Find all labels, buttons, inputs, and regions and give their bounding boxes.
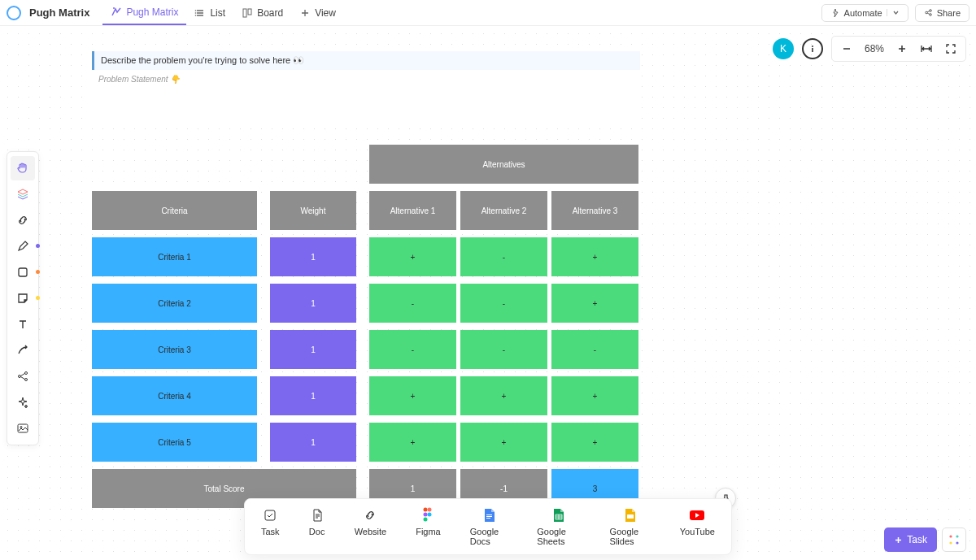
header-left: Pugh Matrix Pugh Matrix List Board (7, 1, 344, 25)
svg-point-31 (956, 541, 958, 544)
tray-label: Google Slides (610, 527, 651, 546)
zoom-out-button[interactable] (837, 39, 856, 59)
alt-cell[interactable]: - (460, 284, 547, 323)
svg-point-15 (812, 46, 813, 47)
svg-rect-24 (486, 516, 492, 517)
header-alt3[interactable]: Alternative 3 (551, 191, 638, 230)
color-dot-icon (36, 270, 40, 274)
doc-icon (309, 507, 325, 523)
tray-task[interactable]: Task (255, 506, 286, 548)
doc-title: Pugh Matrix (29, 7, 89, 19)
criteria-cell[interactable]: Criteria 5 (92, 423, 257, 462)
tray-label: Website (355, 527, 387, 536)
shape-tool[interactable] (11, 260, 35, 284)
alt-cell[interactable]: + (369, 237, 456, 276)
mindmap-tool[interactable] (11, 364, 35, 389)
drawing-toolbar (7, 151, 39, 445)
svg-point-14 (20, 427, 22, 428)
svg-rect-4 (243, 9, 246, 17)
weight-cell[interactable]: 1 (270, 284, 356, 323)
svg-rect-5 (248, 9, 251, 15)
tray-gslides[interactable]: Google Slides (603, 506, 657, 548)
alt-cell[interactable]: - (369, 330, 456, 369)
alt-cell[interactable]: - (369, 284, 456, 323)
header-criteria[interactable]: Criteria (92, 191, 257, 230)
tray-website[interactable]: Website (348, 506, 394, 548)
whiteboard-canvas[interactable]: K 68% Describe the problem you're trying… (0, 26, 976, 560)
weight-cell[interactable]: 1 (270, 237, 356, 276)
problem-statement-block[interactable]: Describe the problem you're trying to so… (92, 51, 640, 120)
alt-cell[interactable]: + (369, 376, 456, 415)
text-tool[interactable] (11, 312, 35, 336)
tray-youtube[interactable]: YouTube (673, 506, 721, 548)
tab-whiteboard[interactable]: Pugh Matrix (102, 1, 186, 25)
user-avatar[interactable]: K (773, 38, 794, 59)
criteria-cell[interactable]: Criteria 3 (92, 330, 257, 369)
tab-list[interactable]: List (186, 2, 233, 24)
tray-doc[interactable]: Doc (303, 506, 332, 548)
alt-cell[interactable]: + (460, 423, 547, 462)
sticky-tool[interactable] (11, 286, 35, 310)
svg-point-18 (424, 508, 428, 512)
alt-cell[interactable]: + (551, 284, 638, 323)
pen-tool[interactable] (11, 234, 35, 258)
tab-label: Board (257, 7, 283, 19)
share-button[interactable]: Share (915, 4, 969, 22)
app-logo-icon (7, 6, 21, 20)
plus-icon (894, 536, 903, 545)
criteria-cell[interactable]: Criteria 4 (92, 376, 257, 415)
svg-rect-25 (486, 518, 490, 519)
matrix-row: Criteria 4 1 + + + (92, 376, 638, 415)
share-icon (924, 8, 933, 17)
header-alt2[interactable]: Alternative 2 (460, 191, 547, 230)
alternatives-header[interactable]: Alternatives (369, 145, 638, 184)
board-icon (242, 7, 253, 19)
fit-width-button[interactable] (917, 39, 936, 59)
apps-button[interactable] (942, 527, 966, 552)
automate-button[interactable]: Automate (821, 4, 908, 22)
tray-figma[interactable]: Figma (409, 506, 447, 548)
alt-cell[interactable]: + (369, 423, 456, 462)
insert-tray: Task Doc Website Figma Google Docs Googl… (244, 498, 732, 555)
alt-cell[interactable]: + (460, 376, 547, 415)
svg-point-29 (956, 535, 958, 537)
criteria-cell[interactable]: Criteria 2 (92, 284, 257, 323)
header-alt1[interactable]: Alternative 1 (369, 191, 456, 230)
tray-gsheets[interactable]: Google Sheets (530, 506, 586, 548)
ai-tool[interactable] (11, 390, 35, 415)
zoom-level[interactable]: 68% (861, 43, 887, 54)
tray-label: YouTube (680, 527, 715, 536)
alt-cell[interactable]: - (460, 237, 547, 276)
fullscreen-button[interactable] (941, 39, 961, 59)
alt-cell[interactable]: - (460, 330, 547, 369)
alt-cell[interactable]: + (551, 376, 638, 415)
layers-tool[interactable] (11, 182, 35, 206)
alt-cell[interactable]: + (551, 423, 638, 462)
matrix-row: Criteria 1 1 + - + (92, 237, 638, 276)
chevron-down-icon (887, 9, 900, 16)
link-tool[interactable] (11, 208, 35, 232)
zoom-in-button[interactable] (892, 39, 912, 59)
tab-board[interactable]: Board (233, 2, 291, 24)
svg-point-22 (424, 518, 428, 522)
weight-cell[interactable]: 1 (270, 376, 356, 415)
svg-point-2 (195, 12, 197, 14)
weight-cell[interactable]: 1 (270, 330, 356, 369)
image-tool[interactable] (11, 416, 35, 441)
alt-cell[interactable]: + (551, 237, 638, 276)
alt-cell[interactable]: - (551, 330, 638, 369)
hand-tool[interactable] (11, 156, 35, 180)
info-button[interactable] (802, 38, 823, 59)
svg-point-28 (949, 535, 952, 537)
tray-gdocs[interactable]: Google Docs (464, 506, 515, 548)
gslides-icon (622, 507, 638, 523)
header-weight[interactable]: Weight (270, 191, 356, 230)
create-task-button[interactable]: Task (884, 527, 937, 552)
whiteboard-icon (111, 7, 122, 18)
weight-cell[interactable]: 1 (270, 423, 356, 462)
list-icon (194, 7, 206, 19)
criteria-cell[interactable]: Criteria 1 (92, 237, 257, 276)
connector-tool[interactable] (11, 338, 35, 362)
tab-add-view[interactable]: View (291, 2, 344, 24)
plus-icon (299, 7, 311, 19)
